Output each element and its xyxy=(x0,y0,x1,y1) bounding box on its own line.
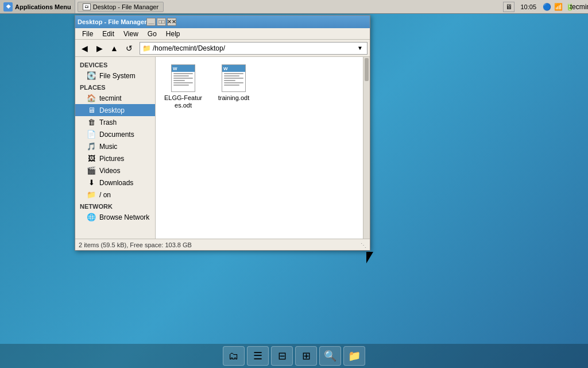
odt-lines-2 xyxy=(222,72,245,91)
sidebar-item-root[interactable]: 📁 / on xyxy=(75,189,155,201)
menu-file[interactable]: File xyxy=(78,29,98,39)
window-controls: _ □ ✕ xyxy=(146,18,176,26)
sidebar-item-tecmint-label: tecmint xyxy=(99,94,122,102)
minimize-button[interactable]: _ xyxy=(146,18,156,26)
bottom-list-view-icon[interactable]: ☰ xyxy=(247,346,269,366)
filesystem-icon: 💽 xyxy=(87,71,96,80)
taskbar: ❖ Applications Menu 🗂 Desktop - File Man… xyxy=(0,0,588,14)
sidebar-item-videos-label: Videos xyxy=(99,167,120,175)
sidebar-item-filesystem-label: File System xyxy=(99,72,136,80)
root-icon: 📁 xyxy=(87,190,96,199)
odt-header-2: W xyxy=(222,65,245,72)
address-input[interactable] xyxy=(153,44,355,52)
sidebar-item-network[interactable]: 🌐 Browse Network xyxy=(75,211,155,223)
sidebar-item-pictures-label: Pictures xyxy=(99,155,124,163)
window-titlebar: Desktop - File Manager _ □ ✕ xyxy=(75,16,370,28)
network-icon: 📶 xyxy=(554,2,563,12)
up-button[interactable]: ▲ xyxy=(107,41,121,55)
location-icon: 📁 xyxy=(142,44,150,52)
sidebar-item-network-label: Browse Network xyxy=(99,213,149,221)
odt-lines xyxy=(172,72,195,91)
sidebar-item-root-label: / on xyxy=(99,191,111,199)
downloads-icon: ⬇ xyxy=(87,178,96,187)
sidebar-item-downloads-label: Downloads xyxy=(99,179,133,187)
reload-button[interactable]: ↺ xyxy=(122,41,136,55)
network-browse-icon: 🌐 xyxy=(87,213,96,221)
toolbar: ◀ ▶ ▲ ↺ 📁 ▼ xyxy=(75,40,370,57)
content-area: DEVICES 💽 File System PLACES 🏠 tecmint 🖥… xyxy=(75,57,370,239)
sidebar-item-downloads[interactable]: ⬇ Downloads xyxy=(75,177,155,189)
maximize-button[interactable]: □ xyxy=(157,18,166,26)
sidebar-item-music-label: Music xyxy=(99,143,117,151)
sidebar-item-videos[interactable]: 🎬 Videos xyxy=(75,164,155,177)
file-label-elgg: ELGG-Features.odt xyxy=(163,94,203,109)
apps-menu-icon: ❖ xyxy=(3,2,13,12)
applications-menu-button[interactable]: ❖ Applications Menu xyxy=(0,0,75,13)
show-desktop-button[interactable]: 🖥 xyxy=(503,2,514,12)
sidebar-item-desktop[interactable]: 🖥 Desktop xyxy=(75,104,155,116)
sidebar-item-music[interactable]: 🎵 Music xyxy=(75,140,155,152)
file-item-training[interactable]: W training.odt xyxy=(211,62,257,112)
back-button[interactable]: ◀ xyxy=(78,41,91,55)
window-icon: 🗂 xyxy=(83,3,91,10)
sidebar-item-trash[interactable]: 🗑 Trash xyxy=(75,116,155,128)
clock: 10:05 xyxy=(517,3,540,10)
trash-icon: 🗑 xyxy=(87,118,96,126)
bottom-taskbar: 🗂 ☰ ⊟ ⊞ 🔍 📁 xyxy=(0,344,588,368)
videos-icon: 🎬 xyxy=(87,166,96,175)
sidebar-item-pictures[interactable]: 🖼 Pictures xyxy=(75,152,155,164)
status-bar: 2 items (59.5 kB), Free space: 103.8 GB … xyxy=(75,239,370,250)
bottom-folder-open-icon[interactable]: 🗂 xyxy=(223,346,245,366)
file-icon-training: W xyxy=(220,64,247,92)
resize-handle[interactable]: ⋱ xyxy=(361,242,366,248)
sidebar-item-tecmint[interactable]: 🏠 tecmint xyxy=(75,92,155,104)
file-label-training: training.odt xyxy=(218,94,249,102)
show-desktop-icon: 🖥 xyxy=(505,3,512,11)
forward-button[interactable]: ▶ xyxy=(92,41,106,55)
close-icon: ✕ xyxy=(167,19,176,25)
scrollbar-thumb[interactable] xyxy=(365,58,369,81)
window-title: Desktop - File Manager xyxy=(78,18,146,25)
close-button[interactable]: ✕ xyxy=(167,18,176,26)
documents-icon: 📄 xyxy=(87,130,96,139)
vertical-scrollbar[interactable] xyxy=(363,57,370,239)
maximize-icon: □ xyxy=(158,19,165,25)
pictures-icon: 🖼 xyxy=(87,154,96,163)
taskbar-window-button[interactable]: 🗂 Desktop - File Manager xyxy=(78,2,164,12)
odt-header: W xyxy=(172,65,195,72)
network-section-title: NETWORK xyxy=(75,201,155,211)
bottom-compact-view-icon[interactable]: ⊟ xyxy=(271,346,293,366)
home-icon: 🏠 xyxy=(87,94,96,102)
bottom-search-icon[interactable]: 🔍 xyxy=(319,346,341,366)
address-expand-button[interactable]: ▼ xyxy=(355,44,365,53)
apps-menu-label: Applications Menu xyxy=(15,3,71,10)
menu-view[interactable]: View xyxy=(119,29,143,39)
menu-edit[interactable]: Edit xyxy=(98,29,119,39)
sidebar-item-documents-label: Documents xyxy=(99,131,134,139)
file-item-elgg[interactable]: W ELGG-Features.odt xyxy=(160,62,206,112)
menu-help[interactable]: Help xyxy=(161,29,185,39)
taskbar-right: 🖥 10:05 🔵 📶 🔋 tecmint xyxy=(501,2,588,12)
music-icon: 🎵 xyxy=(87,142,96,151)
sidebar: DEVICES 💽 File System PLACES 🏠 tecmint 🖥… xyxy=(75,57,156,239)
places-section-title: PLACES xyxy=(75,82,155,92)
menu-go[interactable]: Go xyxy=(143,29,161,39)
address-bar[interactable]: 📁 ▼ xyxy=(140,42,368,55)
minimize-icon: _ xyxy=(148,19,154,25)
bottom-folder-icon[interactable]: 📁 xyxy=(343,346,365,366)
file-manager-window: Desktop - File Manager _ □ ✕ File Edit V… xyxy=(75,15,370,251)
sidebar-item-documents[interactable]: 📄 Documents xyxy=(75,128,155,140)
username-label: tecmint xyxy=(577,2,586,12)
status-text: 2 items (59.5 kB), Free space: 103.8 GB xyxy=(79,241,192,248)
desktop-icon: 🖥 xyxy=(87,106,96,114)
file-area: W ELGG-Features.odt xyxy=(156,57,363,239)
file-icon-elgg: W xyxy=(169,64,197,92)
bottom-icon-view-icon[interactable]: ⊞ xyxy=(295,346,317,366)
sidebar-item-trash-label: Trash xyxy=(99,118,117,126)
taskbar-window-label: Desktop - File Manager xyxy=(93,3,158,10)
bluetooth-icon: 🔵 xyxy=(542,2,551,12)
menu-bar: File Edit View Go Help xyxy=(75,28,370,40)
sidebar-item-desktop-label: Desktop xyxy=(99,106,125,114)
sidebar-item-filesystem[interactable]: 💽 File System xyxy=(75,70,155,82)
devices-section-title: DEVICES xyxy=(75,59,155,70)
